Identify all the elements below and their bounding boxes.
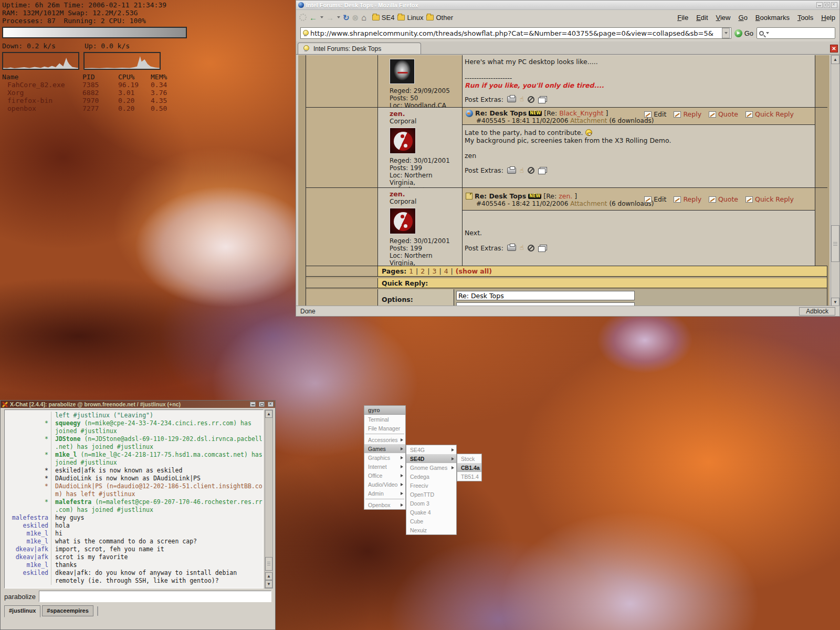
menu-item-freeciv[interactable]: Freeciv xyxy=(406,481,456,490)
attachment-link[interactable]: Attachment xyxy=(570,117,607,124)
menu-item-cedega[interactable]: Cedega xyxy=(406,472,456,481)
page-link-1[interactable]: 1 xyxy=(409,267,413,275)
menu-bookmarks[interactable]: Bookmarks xyxy=(755,14,790,22)
url-field[interactable] xyxy=(300,27,731,39)
menu-edit[interactable]: Edit xyxy=(696,14,708,22)
notify-icon[interactable]: ☝ xyxy=(520,167,524,174)
menu-go[interactable]: Go xyxy=(739,14,748,22)
menu-tools[interactable]: Tools xyxy=(797,14,813,22)
menu-item-office[interactable]: Office xyxy=(364,471,405,480)
menu-item-cb1-4a[interactable]: CB1.4a xyxy=(457,463,481,472)
xchat-titlebar[interactable]: X-Chat [2.4.4]: parabolize @ brown.freen… xyxy=(1,401,275,408)
scrollbar-thumb[interactable] xyxy=(265,557,272,571)
menu-item-graphics[interactable]: Graphics xyxy=(364,453,405,462)
forward-dropdown[interactable] xyxy=(337,16,340,18)
tab-intel-forums[interactable]: Intel Forums: Desk Tops xyxy=(298,43,421,54)
menu-item-tb51-4[interactable]: TB51.4 xyxy=(457,472,481,481)
menu-item-games[interactable]: Games xyxy=(364,444,405,453)
edit-link[interactable]: Edit xyxy=(644,110,666,118)
back-dropdown[interactable] xyxy=(320,16,323,18)
menu-item-file-manager[interactable]: File Manager xyxy=(364,424,405,433)
menu-item-audio-video[interactable]: Audio/Video xyxy=(364,480,405,489)
menu-item-accessories[interactable]: Accessories xyxy=(364,435,405,444)
notify-icon[interactable]: ☝ xyxy=(520,245,524,251)
search-engine-dropdown[interactable] xyxy=(766,32,769,34)
menu-item-doom-3[interactable]: Doom 3 xyxy=(406,499,456,508)
page-link-2[interactable]: 2 xyxy=(421,267,425,275)
reply-icon[interactable] xyxy=(538,246,545,252)
vertical-scrollbar[interactable]: ▲ ▼ xyxy=(831,55,839,307)
menu-item-openbox[interactable]: Openbox xyxy=(364,500,405,509)
minimize-button[interactable] xyxy=(250,402,256,407)
firefox-titlebar[interactable]: Intel Forums: Desk Tops - Mozilla Firefo… xyxy=(296,1,839,10)
notify-icon[interactable]: ☝ xyxy=(520,96,524,102)
reply-link[interactable]: Reply xyxy=(674,195,701,203)
quick-reply-link[interactable]: Quick Reply xyxy=(746,195,794,203)
nick-label[interactable]: parabolize xyxy=(4,593,36,601)
show-all-link[interactable]: (show all) xyxy=(456,267,492,275)
chat-input[interactable] xyxy=(39,591,271,602)
menu-view[interactable]: View xyxy=(716,14,731,22)
menu-item-stock[interactable]: Stock xyxy=(457,454,481,463)
menu-item-admin[interactable]: Admin xyxy=(364,489,405,498)
scroll-up-icon[interactable]: ▲ xyxy=(265,572,272,580)
quote-link[interactable]: Quote xyxy=(709,195,738,203)
chat-scrollbar[interactable]: ▲ ▲ ▼ xyxy=(265,410,273,589)
reload-button[interactable]: ↻ xyxy=(343,14,350,22)
menu-item-internet[interactable]: Internet xyxy=(364,462,405,471)
menu-file[interactable]: File xyxy=(677,14,688,22)
ignore-icon[interactable] xyxy=(528,245,534,251)
reply-to-user-link[interactable]: zen. xyxy=(559,192,572,200)
scroll-down-icon[interactable]: ▼ xyxy=(265,580,272,588)
bookmark-folder-linux[interactable]: Linux xyxy=(397,14,423,22)
quick-reply-link[interactable]: Quick Reply xyxy=(746,110,794,118)
menu-item-se4g[interactable]: SE4G xyxy=(406,445,456,454)
bookmark-folder-se4[interactable]: SE4 xyxy=(372,14,395,22)
menu-item-openttd[interactable]: OpenTTD xyxy=(406,490,456,499)
menu-item-nexuiz[interactable]: Nexuiz xyxy=(406,526,456,534)
url-dropdown-button[interactable] xyxy=(722,28,730,38)
attachment-link[interactable]: Attachment xyxy=(570,200,607,207)
menu-item-gnome-games[interactable]: Gnome Games xyxy=(406,463,456,472)
reply-icon[interactable] xyxy=(538,98,545,103)
adblock-button[interactable]: Adblock xyxy=(799,307,835,316)
scroll-up-icon[interactable]: ▲ xyxy=(831,55,839,64)
restore-button[interactable] xyxy=(824,2,830,8)
printer-icon[interactable] xyxy=(507,167,516,174)
back-button[interactable]: ← xyxy=(309,14,317,22)
poster-name-link[interactable]: zen. xyxy=(390,110,460,118)
home-button[interactable]: ⌂ xyxy=(361,14,366,22)
menu-item-cube[interactable]: Cube xyxy=(406,517,456,526)
ignore-icon[interactable] xyxy=(528,167,534,174)
menu-help[interactable]: Help xyxy=(821,14,835,22)
minimize-button[interactable] xyxy=(816,2,823,8)
close-button[interactable]: × xyxy=(268,402,274,407)
channel-tab-spaceempires[interactable]: #spaceempires xyxy=(42,605,93,616)
go-button[interactable]: Go xyxy=(734,29,753,37)
forward-button[interactable]: → xyxy=(326,14,334,22)
reply-link[interactable]: Reply xyxy=(674,110,701,118)
scrollbar-thumb[interactable] xyxy=(831,225,839,262)
restore-button[interactable] xyxy=(259,402,265,407)
tab-close-icon[interactable]: ✕ xyxy=(830,45,838,52)
stop-button[interactable]: ⊗ xyxy=(352,14,359,22)
page-link-4[interactable]: 4 xyxy=(444,267,448,275)
printer-icon[interactable] xyxy=(507,245,516,251)
menu-item-quake-4[interactable]: Quake 4 xyxy=(406,508,456,517)
reply-to-user-link[interactable]: Black_Knyght xyxy=(559,109,603,117)
subject-input[interactable] xyxy=(456,291,635,300)
poster-name-link[interactable]: zen. xyxy=(390,191,460,198)
search-input[interactable] xyxy=(757,27,835,39)
url-input[interactable] xyxy=(310,29,722,37)
menu-item-se4d[interactable]: SE4D xyxy=(406,454,456,463)
close-button[interactable]: × xyxy=(831,2,837,8)
scroll-up-icon[interactable]: ▲ xyxy=(265,410,272,418)
page-link-3[interactable]: 3 xyxy=(432,267,436,275)
bookmark-folder-other[interactable]: Other xyxy=(426,14,453,22)
printer-icon[interactable] xyxy=(507,96,516,102)
quote-link[interactable]: Quote xyxy=(709,110,738,118)
ignore-icon[interactable] xyxy=(528,96,534,103)
channel-tab-justlinux[interactable]: #justlinux xyxy=(4,605,40,617)
menu-item-terminal[interactable]: Terminal xyxy=(364,415,405,424)
edit-link[interactable]: Edit xyxy=(644,195,666,203)
